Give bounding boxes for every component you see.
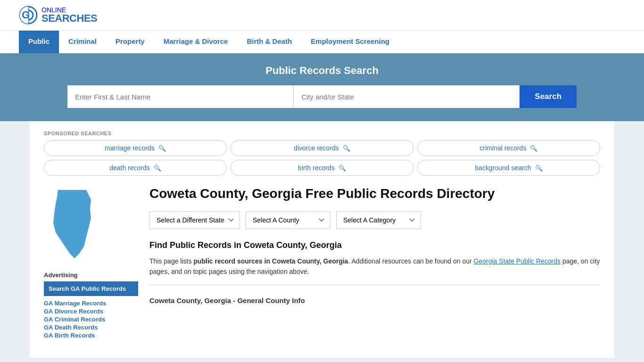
sponsored-text-background: background search xyxy=(475,164,531,172)
find-text-after-bold: . Additional resources can be found on o… xyxy=(348,257,473,265)
county-info-title: Coweta County, Georgia - General County … xyxy=(149,293,600,308)
search-banner: Public Records Search Search xyxy=(0,53,644,121)
nav-item-marriage-divorce[interactable]: Marriage & Divorce xyxy=(154,31,238,53)
category-dropdown[interactable]: Select A Category xyxy=(336,211,421,229)
name-search-input[interactable] xyxy=(67,85,294,108)
sponsored-label: SPONSORED SEARCHES xyxy=(44,131,600,136)
page-body: Advertising Search GA Public Records GA … xyxy=(44,185,600,339)
sponsored-item-death[interactable]: death records 🔍 xyxy=(44,160,227,176)
sidebar-link-marriage[interactable]: GA Marriage Records xyxy=(44,300,138,307)
sponsored-item-background[interactable]: background search 🔍 xyxy=(417,160,600,176)
sponsored-text-divorce: divorce records xyxy=(294,144,339,152)
find-records-title: Find Public Records in Coweta County, Ge… xyxy=(149,240,600,250)
nav-item-public[interactable]: Public xyxy=(19,31,59,53)
sponsored-item-marriage[interactable]: marriage records 🔍 xyxy=(44,140,227,156)
location-search-input[interactable] xyxy=(294,85,520,108)
search-icon-marriage: 🔍 xyxy=(158,145,166,152)
search-icon-divorce: 🔍 xyxy=(343,145,350,152)
sidebar-link-divorce[interactable]: GA Divorce Records xyxy=(44,308,138,315)
sidebar-links: GA Marriage Records GA Divorce Records G… xyxy=(44,300,138,339)
search-icon-death: 🔍 xyxy=(154,165,161,172)
logo-searches: SEARCHES xyxy=(41,13,97,24)
state-dropdown[interactable]: Select a Different State xyxy=(149,211,240,229)
main-wrapper: SPONSORED SEARCHES marriage records 🔍 di… xyxy=(30,121,614,358)
nav-item-employment[interactable]: Employment Screening xyxy=(301,31,399,53)
logo-text: ONLINE SEARCHES xyxy=(41,7,97,24)
search-icon-criminal: 🔍 xyxy=(530,145,537,152)
search-form: Search xyxy=(67,85,577,108)
sponsored-item-birth[interactable]: birth records 🔍 xyxy=(231,160,413,176)
content-title: Coweta County, Georgia Free Public Recor… xyxy=(149,185,600,202)
sponsored-text-death: death records xyxy=(109,164,150,172)
logo-icon: G xyxy=(19,6,38,25)
find-bold-text: public record sources in Coweta County, … xyxy=(193,257,348,265)
sidebar-ad-label: Advertising xyxy=(44,272,138,279)
sponsored-text-criminal: criminal records xyxy=(480,144,527,152)
find-records-text: This page lists public record sources in… xyxy=(149,256,600,277)
main-nav: Public Criminal Property Marriage & Divo… xyxy=(0,30,644,53)
georgia-state-map xyxy=(44,185,100,261)
sidebar-link-criminal[interactable]: GA Criminal Records xyxy=(44,316,138,323)
sidebar-ad-highlight[interactable]: Search GA Public Records xyxy=(44,281,138,296)
nav-item-birth-death[interactable]: Birth & Death xyxy=(237,31,301,53)
main-content: Coweta County, Georgia Free Public Recor… xyxy=(149,185,600,339)
logo-link[interactable]: G ONLINE SEARCHES xyxy=(19,6,97,25)
sidebar: Advertising Search GA Public Records GA … xyxy=(44,185,138,339)
dropdowns-row: Select a Different State Select A County… xyxy=(149,211,600,229)
county-dropdown[interactable]: Select A County xyxy=(246,211,330,229)
sponsored-text-marriage: marriage records xyxy=(105,144,155,152)
sidebar-link-death[interactable]: GA Death Records xyxy=(44,324,138,331)
search-icon-birth: 🔍 xyxy=(339,165,346,172)
sponsored-text-birth: birth records xyxy=(298,164,335,172)
search-banner-title: Public Records Search xyxy=(19,65,625,77)
search-button[interactable]: Search xyxy=(520,85,577,108)
svg-text:G: G xyxy=(22,9,30,21)
find-text-before-bold: This page lists xyxy=(149,257,193,265)
header: G ONLINE SEARCHES xyxy=(0,0,644,30)
georgia-state-records-link[interactable]: Georgia State Public Records xyxy=(474,257,561,265)
search-icon-background: 🔍 xyxy=(535,165,543,172)
nav-item-property[interactable]: Property xyxy=(106,31,154,53)
section-divider xyxy=(149,285,600,285)
nav-item-criminal[interactable]: Criminal xyxy=(59,31,106,53)
sponsored-grid: marriage records 🔍 divorce records 🔍 cri… xyxy=(44,140,600,176)
sponsored-item-divorce[interactable]: divorce records 🔍 xyxy=(231,140,413,156)
sponsored-item-criminal[interactable]: criminal records 🔍 xyxy=(417,140,600,156)
sidebar-link-birth[interactable]: GA Birth Records xyxy=(44,332,138,339)
